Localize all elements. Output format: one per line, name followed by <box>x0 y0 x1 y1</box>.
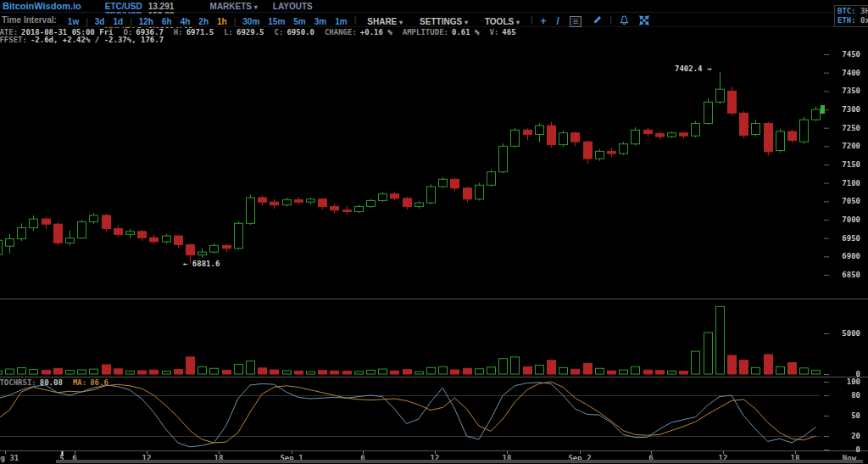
horizontal-scrollbar-handle[interactable] <box>56 460 863 463</box>
stochrsi-value: 80.08 <box>40 378 63 387</box>
donation-eth-label: ETH: <box>837 16 856 25</box>
stochrsi-label: STOCHRSI:80.08MA:86.6 <box>0 378 108 387</box>
donation-address-box: BTC: 3H24 ETH: 0xD6 <box>834 5 868 27</box>
bitcoinwisdom-app: BitcoinWisdom.io BTC/USD7299.9ETH/USD296… <box>0 0 868 464</box>
stochrsi-name: STOCHRSI: <box>0 378 36 387</box>
donation-eth-address[interactable]: 0xD6 <box>860 16 868 25</box>
stochrsi-ma-value: 86.6 <box>90 378 108 387</box>
donation-btc-label: BTC: <box>837 7 856 15</box>
chart-canvas[interactable] <box>0 0 868 464</box>
stochrsi-ma-name: MA: <box>73 378 86 387</box>
donation-btc-address[interactable]: 3H24 <box>860 7 868 15</box>
